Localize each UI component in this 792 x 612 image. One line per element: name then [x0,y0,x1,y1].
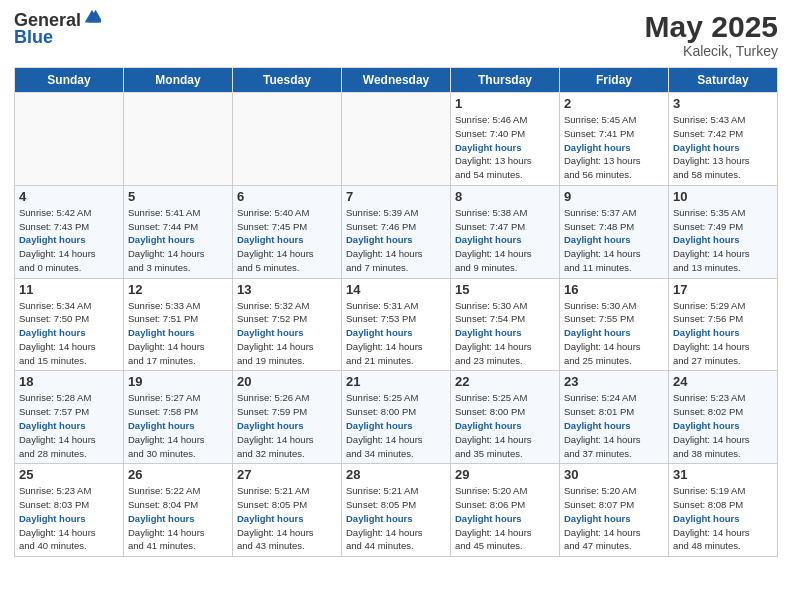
day-cell: 24Sunrise: 5:23 AMSunset: 8:02 PMDayligh… [669,371,778,464]
day-number: 24 [673,374,773,389]
day-cell: 1Sunrise: 5:46 AMSunset: 7:40 PMDaylight… [451,93,560,186]
day-cell: 14Sunrise: 5:31 AMSunset: 7:53 PMDayligh… [342,278,451,371]
day-cell: 8Sunrise: 5:38 AMSunset: 7:47 PMDaylight… [451,185,560,278]
day-number: 18 [19,374,119,389]
day-info: Sunrise: 5:20 AMSunset: 8:06 PMDaylight … [455,484,555,553]
month-year: May 2025 [645,10,778,43]
day-number: 19 [128,374,228,389]
day-cell: 28Sunrise: 5:21 AMSunset: 8:05 PMDayligh… [342,464,451,557]
day-info: Sunrise: 5:31 AMSunset: 7:53 PMDaylight … [346,299,446,368]
day-cell: 12Sunrise: 5:33 AMSunset: 7:51 PMDayligh… [124,278,233,371]
day-cell: 13Sunrise: 5:32 AMSunset: 7:52 PMDayligh… [233,278,342,371]
title-area: May 2025 Kalecik, Turkey [645,10,778,59]
day-number: 22 [455,374,555,389]
header: General Blue May 2025 Kalecik, Turkey [14,10,778,59]
logo-icon [83,8,101,26]
day-cell [124,93,233,186]
day-info: Sunrise: 5:45 AMSunset: 7:41 PMDaylight … [564,113,664,182]
day-info: Sunrise: 5:23 AMSunset: 8:02 PMDaylight … [673,391,773,460]
day-info: Sunrise: 5:28 AMSunset: 7:57 PMDaylight … [19,391,119,460]
day-info: Sunrise: 5:34 AMSunset: 7:50 PMDaylight … [19,299,119,368]
day-cell: 5Sunrise: 5:41 AMSunset: 7:44 PMDaylight… [124,185,233,278]
day-cell: 16Sunrise: 5:30 AMSunset: 7:55 PMDayligh… [560,278,669,371]
day-cell: 11Sunrise: 5:34 AMSunset: 7:50 PMDayligh… [15,278,124,371]
day-number: 17 [673,282,773,297]
week-row-3: 11Sunrise: 5:34 AMSunset: 7:50 PMDayligh… [15,278,778,371]
day-number: 16 [564,282,664,297]
day-info: Sunrise: 5:32 AMSunset: 7:52 PMDaylight … [237,299,337,368]
day-cell: 22Sunrise: 5:25 AMSunset: 8:00 PMDayligh… [451,371,560,464]
day-cell: 23Sunrise: 5:24 AMSunset: 8:01 PMDayligh… [560,371,669,464]
day-cell: 31Sunrise: 5:19 AMSunset: 8:08 PMDayligh… [669,464,778,557]
day-number: 13 [237,282,337,297]
day-cell: 26Sunrise: 5:22 AMSunset: 8:04 PMDayligh… [124,464,233,557]
day-cell: 2Sunrise: 5:45 AMSunset: 7:41 PMDaylight… [560,93,669,186]
day-cell: 19Sunrise: 5:27 AMSunset: 7:58 PMDayligh… [124,371,233,464]
day-info: Sunrise: 5:25 AMSunset: 8:00 PMDaylight … [455,391,555,460]
week-row-4: 18Sunrise: 5:28 AMSunset: 7:57 PMDayligh… [15,371,778,464]
week-row-5: 25Sunrise: 5:23 AMSunset: 8:03 PMDayligh… [15,464,778,557]
logo-blue: Blue [14,27,53,48]
header-saturday: Saturday [669,68,778,93]
day-info: Sunrise: 5:39 AMSunset: 7:46 PMDaylight … [346,206,446,275]
day-number: 6 [237,189,337,204]
day-number: 11 [19,282,119,297]
day-number: 30 [564,467,664,482]
day-number: 31 [673,467,773,482]
day-info: Sunrise: 5:29 AMSunset: 7:56 PMDaylight … [673,299,773,368]
day-info: Sunrise: 5:19 AMSunset: 8:08 PMDaylight … [673,484,773,553]
week-row-1: 1Sunrise: 5:46 AMSunset: 7:40 PMDaylight… [15,93,778,186]
day-cell: 21Sunrise: 5:25 AMSunset: 8:00 PMDayligh… [342,371,451,464]
day-cell: 6Sunrise: 5:40 AMSunset: 7:45 PMDaylight… [233,185,342,278]
day-cell: 29Sunrise: 5:20 AMSunset: 8:06 PMDayligh… [451,464,560,557]
day-number: 20 [237,374,337,389]
header-tuesday: Tuesday [233,68,342,93]
day-number: 2 [564,96,664,111]
header-friday: Friday [560,68,669,93]
day-info: Sunrise: 5:43 AMSunset: 7:42 PMDaylight … [673,113,773,182]
logo: General Blue [14,10,101,48]
day-info: Sunrise: 5:26 AMSunset: 7:59 PMDaylight … [237,391,337,460]
day-number: 12 [128,282,228,297]
day-info: Sunrise: 5:24 AMSunset: 8:01 PMDaylight … [564,391,664,460]
calendar-page: General Blue May 2025 Kalecik, Turkey Su… [0,0,792,612]
day-number: 7 [346,189,446,204]
day-info: Sunrise: 5:22 AMSunset: 8:04 PMDaylight … [128,484,228,553]
day-number: 27 [237,467,337,482]
day-info: Sunrise: 5:27 AMSunset: 7:58 PMDaylight … [128,391,228,460]
day-number: 10 [673,189,773,204]
day-cell [15,93,124,186]
day-number: 14 [346,282,446,297]
header-monday: Monday [124,68,233,93]
day-cell: 4Sunrise: 5:42 AMSunset: 7:43 PMDaylight… [15,185,124,278]
day-info: Sunrise: 5:25 AMSunset: 8:00 PMDaylight … [346,391,446,460]
day-cell: 9Sunrise: 5:37 AMSunset: 7:48 PMDaylight… [560,185,669,278]
day-number: 25 [19,467,119,482]
day-cell: 25Sunrise: 5:23 AMSunset: 8:03 PMDayligh… [15,464,124,557]
day-info: Sunrise: 5:30 AMSunset: 7:54 PMDaylight … [455,299,555,368]
day-info: Sunrise: 5:40 AMSunset: 7:45 PMDaylight … [237,206,337,275]
day-cell: 20Sunrise: 5:26 AMSunset: 7:59 PMDayligh… [233,371,342,464]
day-cell: 27Sunrise: 5:21 AMSunset: 8:05 PMDayligh… [233,464,342,557]
day-info: Sunrise: 5:21 AMSunset: 8:05 PMDaylight … [346,484,446,553]
day-number: 4 [19,189,119,204]
location: Kalecik, Turkey [645,43,778,59]
day-info: Sunrise: 5:23 AMSunset: 8:03 PMDaylight … [19,484,119,553]
day-number: 23 [564,374,664,389]
day-cell: 3Sunrise: 5:43 AMSunset: 7:42 PMDaylight… [669,93,778,186]
day-info: Sunrise: 5:38 AMSunset: 7:47 PMDaylight … [455,206,555,275]
calendar-header-row: Sunday Monday Tuesday Wednesday Thursday… [15,68,778,93]
day-cell: 7Sunrise: 5:39 AMSunset: 7:46 PMDaylight… [342,185,451,278]
day-info: Sunrise: 5:35 AMSunset: 7:49 PMDaylight … [673,206,773,275]
calendar-table: Sunday Monday Tuesday Wednesday Thursday… [14,67,778,557]
day-number: 3 [673,96,773,111]
day-info: Sunrise: 5:20 AMSunset: 8:07 PMDaylight … [564,484,664,553]
day-cell: 30Sunrise: 5:20 AMSunset: 8:07 PMDayligh… [560,464,669,557]
day-number: 8 [455,189,555,204]
header-wednesday: Wednesday [342,68,451,93]
day-number: 1 [455,96,555,111]
day-number: 29 [455,467,555,482]
day-cell: 10Sunrise: 5:35 AMSunset: 7:49 PMDayligh… [669,185,778,278]
day-info: Sunrise: 5:21 AMSunset: 8:05 PMDaylight … [237,484,337,553]
day-cell: 18Sunrise: 5:28 AMSunset: 7:57 PMDayligh… [15,371,124,464]
